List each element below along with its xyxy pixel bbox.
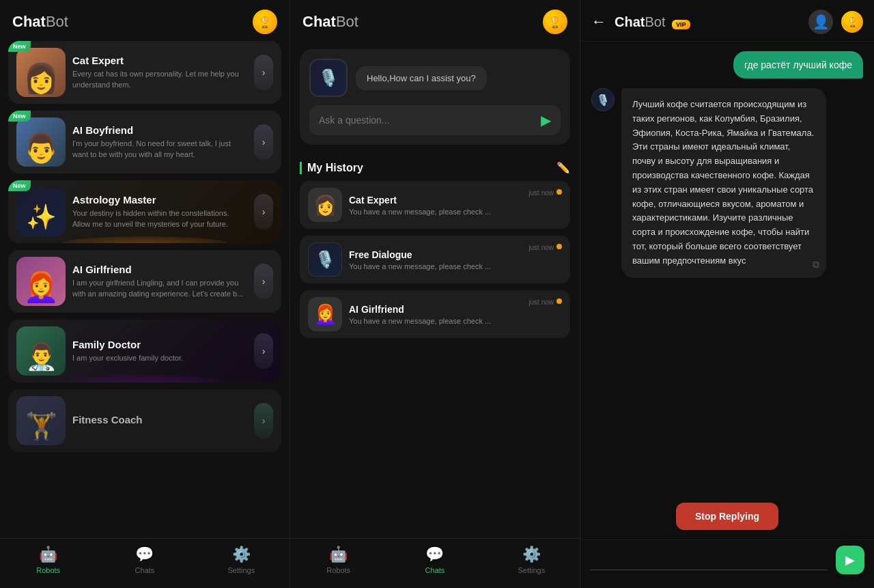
history-name-cat-expert: Cat Expert [349, 195, 555, 206]
stop-btn-row: Stop Replying [580, 496, 874, 540]
robot-arrow-ai-boyfriend: › [254, 124, 273, 160]
detail-vip-icon[interactable]: 🏆 [841, 11, 863, 33]
chatbot-welcome: 🎙️ Hello,How can I assist you? ▶ [300, 49, 570, 145]
chat-messages: где растёт лучший кофе 🎙️ Лучший кофе сч… [580, 42, 874, 496]
bot-message-text: Лучший кофе считается происходящим из та… [632, 99, 814, 266]
history-msg-cat-expert: You have a new message, please check ... [349, 208, 555, 216]
robot-name-ai-boyfriend: AI Boyfriend [72, 124, 247, 136]
settings-nav-label-p1: Settings [227, 566, 255, 574]
chatbot-welcome-inner: 🎙️ Hello,How can I assist you? [309, 59, 561, 97]
user-message-row: где растёт лучший кофе [591, 51, 863, 79]
robot-arrow-cat-expert: › [254, 55, 273, 90]
robot-arrow-fitness-coach: › [254, 403, 273, 438]
detail-logo-chat: Chat [615, 14, 645, 29]
panel2-logo: ChatBot [302, 13, 358, 31]
robot-arrow-astrology-master: › [254, 194, 273, 229]
robot-name-fitness-coach: Fitness Coach [72, 414, 247, 425]
panel1-vip-icon[interactable]: 🏆 [253, 10, 277, 34]
robot-name-astrology-master: Astrology Master [72, 194, 247, 206]
welcome-text: Hello,How can I assist you? [367, 73, 476, 83]
panel1-logo: ChatBot [12, 13, 68, 31]
nav-item-settings-p2[interactable]: ⚙️ Settings [507, 546, 555, 574]
history-info-cat-expert: Cat Expert You have a new message, pleas… [342, 195, 562, 216]
detail-header: ← ChatBot VIP 👤 🏆 [580, 0, 874, 42]
history-name-ai-girlfriend: AI Girlfriend [349, 304, 555, 315]
robots-nav-icon-p2: 🤖 [329, 546, 348, 563]
detail-logo: ChatBot VIP [615, 14, 690, 30]
ask-input-row: ▶ [309, 105, 561, 135]
history-section: My History ✏️ 👩 Cat Expert You have a ne… [290, 153, 580, 538]
robot-desc-astrology-master: Your destiny is hidden within the conste… [72, 208, 247, 229]
nav-item-robots-p2[interactable]: 🤖 Robots [315, 546, 363, 574]
robot-item-astrology-master[interactable]: New ✨ Astrology Master Your destiny is h… [8, 180, 281, 243]
panel-chat-detail: ← ChatBot VIP 👤 🏆 где растёт лучший кофе… [580, 0, 874, 588]
robot-info-fitness-coach: Fitness Coach [66, 414, 254, 428]
robot-list: New 👩 Cat Expert Every cat has its own p… [0, 41, 290, 538]
panel-chats: ChatBot 🏆 🎙️ Hello,How can I assist you?… [290, 0, 580, 588]
user-message-bubble: где растёт лучший кофе [733, 51, 863, 79]
new-badge: New [8, 41, 31, 52]
welcome-bubble: Hello,How can I assist you? [356, 66, 487, 90]
panel2-bottom-nav: 🤖 Robots 💬 Chats ⚙️ Settings [290, 538, 580, 588]
nav-item-settings-p1[interactable]: ⚙️ Settings [217, 546, 265, 574]
robot-name-family-doctor: Family Doctor [72, 339, 247, 350]
ask-input[interactable] [319, 115, 534, 126]
robot-avatar-fitness-coach: 🏋️ [16, 396, 66, 445]
back-button[interactable]: ← [591, 13, 606, 31]
robot-name-cat-expert: Cat Expert [72, 55, 247, 66]
history-time-ai-girlfriend: just now [528, 298, 554, 306]
robots-nav-label-p1: Robots [36, 566, 60, 574]
chat-input-row: ▶ [580, 540, 874, 588]
robot-desc-ai-boyfriend: I'm your boyfriend. No need for sweet ta… [72, 139, 247, 160]
history-time-cat-expert: just now [528, 189, 554, 197]
robot-info-ai-boyfriend: AI Boyfriend I'm your boyfriend. No need… [66, 124, 254, 160]
settings-nav-icon-p1: ⚙️ [232, 546, 251, 563]
stop-replying-button[interactable]: Stop Replying [676, 503, 778, 530]
robot-name-ai-girlfriend: AI Girlfriend [72, 264, 247, 275]
send-button[interactable]: ▶ [836, 546, 864, 574]
history-dot-cat-expert [556, 189, 562, 195]
bot-message-row: 🎙️ Лучший кофе считается происходящим из… [591, 88, 863, 278]
chats-nav-label-p1: Chats [135, 566, 155, 574]
chatbot-bot-icon: 🎙️ [309, 59, 348, 97]
robot-item-family-doctor[interactable]: 👨‍⚕️ Family Doctor I am your exclusive f… [8, 320, 281, 382]
copy-icon[interactable]: ⧉ [813, 257, 819, 272]
ask-send-button[interactable]: ▶ [541, 112, 551, 128]
panel2-header: ChatBot 🏆 [290, 0, 580, 41]
robot-info-astrology-master: Astrology Master Your destiny is hidden … [66, 194, 254, 229]
robot-item-ai-girlfriend[interactable]: 👩‍🦰 AI Girlfriend I am your girlfriend L… [8, 250, 281, 313]
robot-avatar-family-doctor: 👨‍⚕️ [16, 326, 66, 376]
chat-input[interactable] [590, 550, 828, 570]
robot-item-cat-expert[interactable]: New 👩 Cat Expert Every cat has its own p… [8, 41, 281, 104]
robot-arrow-family-doctor: › [254, 333, 273, 369]
detail-vip-tag: VIP [672, 20, 690, 29]
panel-robots: ChatBot 🏆 New 👩 Cat Expert Every cat has… [0, 0, 290, 588]
nav-item-chats-p2[interactable]: 💬 Chats [411, 546, 459, 574]
history-msg-free-dialogue: You have a new message, please check ... [349, 262, 555, 270]
panel2-vip-icon[interactable]: 🏆 [543, 10, 567, 34]
robot-item-fitness-coach[interactable]: 🏋️ Fitness Coach › [8, 389, 281, 452]
history-msg-ai-girlfriend: You have a new message, please check ... [349, 317, 555, 325]
history-avatar-free-dialogue: 🎙️ [308, 242, 342, 277]
history-item-cat-expert[interactable]: 👩 Cat Expert You have a new message, ple… [300, 181, 570, 229]
history-avatar-cat-expert: 👩 [308, 188, 342, 222]
robot-info-family-doctor: Family Doctor I am your exclusive family… [66, 339, 254, 363]
panel1-bottom-nav: 🤖 Robots 💬 Chats ⚙️ Settings [0, 538, 290, 588]
history-dot-ai-girlfriend [556, 298, 562, 304]
panel1-header: ChatBot 🏆 [0, 0, 290, 41]
settings-nav-label-p2: Settings [518, 566, 545, 574]
history-item-free-dialogue[interactable]: 🎙️ Free Dialogue You have a new message,… [300, 236, 570, 283]
nav-item-robots-p1[interactable]: 🤖 Robots [25, 546, 72, 574]
robot-info-cat-expert: Cat Expert Every cat has its own persona… [66, 55, 254, 90]
nav-item-chats-p1[interactable]: 💬 Chats [121, 546, 169, 574]
history-item-ai-girlfriend[interactable]: 👩‍🦰 AI Girlfriend You have a new message… [300, 290, 570, 338]
robot-desc-family-doctor: I am your exclusive family doctor. [72, 353, 247, 363]
robot-avatar-ai-boyfriend: 👨 [16, 117, 66, 167]
robot-item-ai-boyfriend[interactable]: New 👨 AI Boyfriend I'm your boyfriend. N… [8, 111, 281, 173]
send-icon: ▶ [845, 552, 855, 568]
new-badge-astro: New [8, 180, 31, 191]
robot-avatar-astrology-master: ✨ [16, 187, 66, 236]
new-badge-bf: New [8, 111, 31, 122]
history-edit-icon[interactable]: ✏️ [556, 161, 570, 174]
bot-avatar-small: 🎙️ [591, 88, 615, 111]
